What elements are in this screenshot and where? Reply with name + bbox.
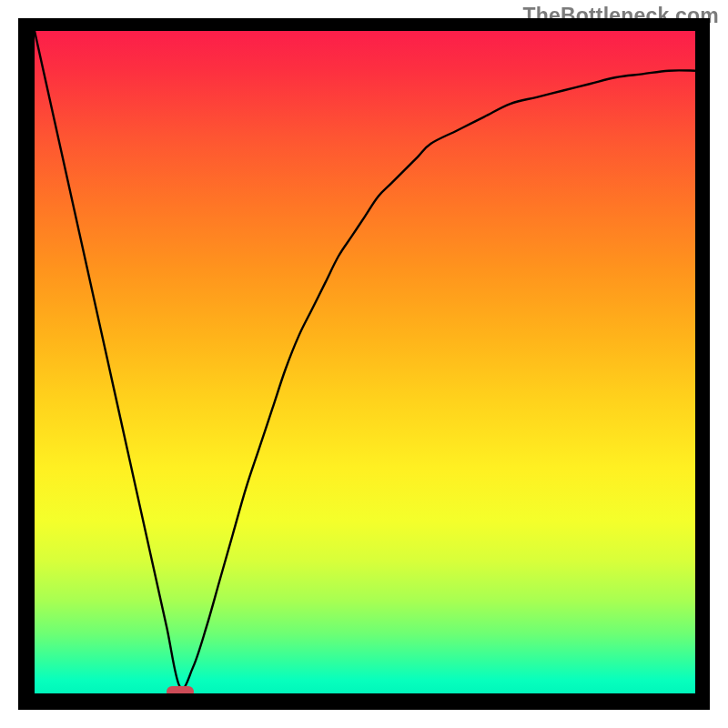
chart-container: TheBottleneck.com (0, 0, 728, 728)
bottleneck-curve (35, 31, 695, 689)
curve-svg (35, 31, 695, 693)
plot-frame-border (18, 18, 710, 710)
plot-area (35, 31, 695, 693)
optimal-marker (167, 686, 194, 693)
